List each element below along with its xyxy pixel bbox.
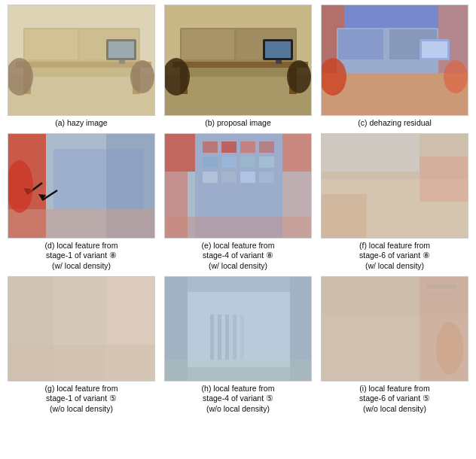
caption-a: (a) hazy image [55,118,107,129]
image-feat-f [321,133,468,239]
cell-f: (f) local feature from stage-6 of varian… [316,132,473,275]
svg-rect-27 [265,41,291,58]
image-feat-d [8,133,155,239]
caption-h: (h) local feature from stage-4 of varian… [202,384,275,415]
svg-rect-64 [259,157,274,168]
cell-e: (e) local feature from stage-4 of varian… [160,132,316,275]
svg-rect-61 [203,157,218,168]
svg-rect-66 [221,172,236,183]
caption-c: (c) dehazing residual [358,118,431,129]
image-feat-g [8,276,155,381]
svg-point-97 [436,322,463,375]
image-feat-h [164,276,312,381]
svg-rect-63 [240,157,255,168]
svg-rect-21 [172,62,308,68]
svg-rect-34 [338,29,383,59]
caption-b: (b) proposal image [205,118,271,129]
svg-rect-57 [203,141,218,153]
svg-rect-92 [165,360,312,381]
svg-rect-19 [182,29,234,59]
image-residual [321,5,468,116]
svg-rect-89 [225,315,229,360]
svg-rect-88 [218,315,221,360]
svg-rect-90 [233,315,236,360]
svg-rect-68 [259,172,274,183]
cell-c: (c) dehazing residual [316,3,473,132]
svg-rect-62 [221,157,236,168]
svg-rect-75 [322,194,367,239]
svg-rect-99 [427,292,453,295]
svg-rect-46 [8,209,155,239]
svg-rect-74 [420,157,468,202]
caption-i: (i) local feature from stage-6 of varian… [359,384,430,415]
svg-point-25 [287,60,311,93]
svg-rect-91 [240,315,244,360]
svg-rect-84 [188,292,290,367]
svg-rect-87 [210,315,214,360]
cell-g: (g) local feature from stage-1 of varian… [3,275,160,418]
svg-rect-81 [8,345,155,381]
svg-rect-53 [165,134,195,172]
svg-rect-38 [422,41,447,58]
image-hazy [8,5,155,116]
svg-rect-65 [203,172,218,183]
cell-b: (b) proposal image [160,3,316,132]
image-feat-e [164,133,312,239]
svg-rect-59 [240,141,255,153]
main-grid: (a) hazy image (b) proposal image [0,0,476,420]
svg-rect-58 [221,141,236,153]
caption-e: (e) local feature from stage-4 of varian… [202,241,275,272]
svg-rect-67 [240,172,255,183]
svg-point-40 [444,60,468,93]
cell-d: (d) local feature from stage-1 of varian… [3,132,160,275]
svg-rect-14 [8,5,155,116]
svg-rect-70 [282,134,312,239]
image-proposal [164,5,312,116]
svg-rect-28 [276,60,282,64]
svg-rect-60 [259,141,274,153]
svg-rect-98 [427,284,457,289]
cell-i: (i) local feature from stage-6 of varian… [316,275,473,418]
cell-h: (h) local feature from stage-4 of varian… [160,275,316,418]
caption-g: (g) local feature from stage-1 of varian… [45,384,118,415]
caption-d: (d) local feature from stage-1 of varian… [45,241,118,272]
svg-rect-76 [322,134,420,172]
caption-f: (f) local feature from stage-6 of varian… [359,241,430,272]
cell-a: (a) hazy image [3,3,160,132]
image-feat-i [321,276,468,381]
